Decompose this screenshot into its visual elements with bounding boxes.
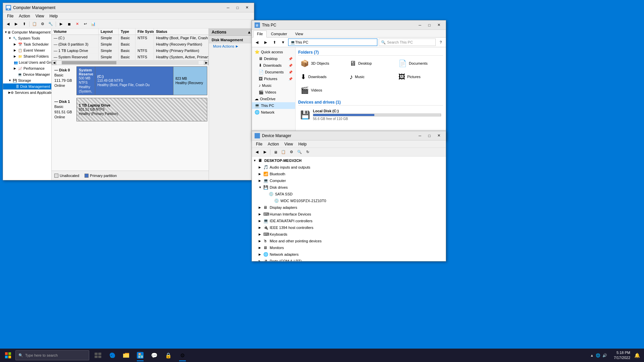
dm-menu-file[interactable]: File	[253, 141, 265, 147]
taskbar-edge[interactable]	[105, 349, 119, 361]
fe-back-button[interactable]: ◀	[253, 39, 261, 46]
fe-folder-videos[interactable]: 🎬 Videos	[298, 84, 345, 96]
partition-row-c[interactable]: — (C:) Simple Basic NTFS Healthy (Boot, …	[52, 35, 209, 41]
dm-ieee-item[interactable]: ▶ 🔌 IEEE 1394 host controllers	[252, 224, 446, 231]
fe-sidebar-desktop[interactable]: 🖥 Desktop 📌	[252, 55, 295, 62]
partition-row-d0p3[interactable]: — (Disk 0 partition 3) Simple Basic Heal…	[52, 41, 209, 48]
cm-menu-help[interactable]: Help	[47, 13, 61, 19]
taskbar-clock[interactable]: 5:18 PM 7/17/2022	[611, 350, 633, 361]
fe-recent-button[interactable]: ▼	[279, 39, 287, 46]
cm-toolbar-show-hide[interactable]: 📋	[31, 21, 38, 27]
notification-icon[interactable]: 🔔	[634, 353, 640, 358]
start-button[interactable]	[1, 349, 15, 361]
tree-task-scheduler[interactable]: ▶ 📅 Task Scheduler	[3, 41, 51, 47]
tree-root[interactable]: ▼ 🖥 Computer Management (Local	[3, 29, 51, 35]
dm-network-item[interactable]: ▶ 🌐 Network adapters	[252, 251, 446, 258]
tree-shared-folders[interactable]: ▶ 📁 Shared Folders	[3, 53, 51, 59]
cm-menu-view[interactable]: View	[33, 13, 47, 19]
fe-forward-button[interactable]: ▶	[262, 39, 269, 46]
dm-menu-help[interactable]: Help	[296, 141, 310, 147]
dm-maximize-button[interactable]: □	[425, 132, 434, 139]
tree-performance[interactable]: ▶ 📈 Performance	[3, 65, 51, 71]
fe-up-button[interactable]: ⬆	[271, 39, 278, 46]
cm-toolbar-btn6[interactable]: ✕	[73, 21, 81, 27]
partition-row-sysres[interactable]: — System Reserved Simple Basic NTFS Heal…	[52, 54, 209, 60]
partition-row-laptop[interactable]: — 1 TB Laptop Drive Simple Basic NTFS He…	[52, 48, 209, 54]
dm-hid-item[interactable]: ▶ ⌨ Human Interface Devices	[252, 211, 446, 218]
cm-toolbar-btn7[interactable]: ↩	[82, 21, 89, 27]
disk1-laptoppart[interactable]: 1 TB Laptop Drive 931.51 GB NTFSHealthy …	[77, 98, 207, 121]
cm-toolbar-btn3[interactable]: 🔧	[47, 21, 54, 27]
cm-toolbar-btn8[interactable]: 📊	[90, 21, 97, 27]
dm-audio-item[interactable]: ▶ 🎵 Audio inputs and outputs	[252, 164, 446, 171]
scroll-right-btn[interactable]: ▶	[204, 60, 209, 65]
taskbar-app5[interactable]: 💬	[148, 349, 161, 361]
cm-maximize-button[interactable]: □	[233, 4, 242, 11]
tree-event-viewer[interactable]: ▶ 📋 Event Viewer	[3, 47, 51, 53]
dm-toolbar-btn4[interactable]: 🔍	[296, 149, 303, 156]
dm-computer-item[interactable]: ▶ 💻 Computer	[252, 177, 446, 184]
dm-diskdrives-item[interactable]: ▼ 💾 Disk drives	[252, 184, 446, 191]
fe-tab-computer[interactable]: Computer	[267, 31, 291, 37]
pt-horizontal-scrollbar[interactable]: ◀ ▶	[52, 60, 209, 65]
taskbar-file-explorer[interactable]	[119, 349, 133, 361]
disk0-cdrive[interactable]: (C:) 110.49 GB NTFSHealthy (Boot, Page F…	[95, 67, 173, 95]
fe-folder-desktop[interactable]: 🖥 Desktop	[347, 58, 394, 69]
cm-menu-action[interactable]: Action	[16, 13, 33, 19]
dm-display-item[interactable]: ▶ 🖥 Display adapters	[252, 204, 446, 211]
taskbar-task-view[interactable]	[91, 349, 105, 361]
fe-search-box[interactable]: 🔍 Search This PC	[379, 39, 436, 46]
cm-toolbar-forward[interactable]: ▶	[12, 21, 20, 27]
fe-sidebar-onedrive[interactable]: ☁ OneDrive	[252, 96, 295, 102]
dm-ports-item[interactable]: ▶ 🔌 Ports (COM & LPT)	[252, 258, 446, 261]
cm-toolbar-btn2[interactable]: ⚙	[39, 21, 46, 27]
tree-system-tools[interactable]: ▼ 🔧 System Tools	[3, 35, 51, 41]
fe-folder-3dobjects[interactable]: 📦 3D Objects	[298, 58, 345, 69]
fe-sidebar-quick-access[interactable]: ⭐ Quick access	[252, 49, 295, 55]
cm-menu-file[interactable]: File	[4, 13, 16, 19]
tree-disk-management[interactable]: 🗄 Disk Management	[3, 83, 51, 89]
taskbar-app6[interactable]: 🔒	[162, 349, 175, 361]
fe-tab-view[interactable]: View	[291, 31, 307, 37]
scroll-thumb[interactable]	[62, 61, 116, 64]
cm-toolbar-up[interactable]: ⬆	[20, 21, 28, 27]
dm-ide-item[interactable]: ▶ 💻 IDE ATA/ATAPI controllers	[252, 218, 446, 224]
fe-maximize-button[interactable]: □	[425, 22, 434, 28]
fe-sidebar-documents[interactable]: 📄 Documents 📌	[252, 69, 295, 75]
dm-bluetooth-item[interactable]: ▶ 📶 Bluetooth	[252, 171, 446, 177]
dm-kbd-item[interactable]: ▶ ⌨ Keyboards	[252, 231, 446, 238]
dm-minimize-button[interactable]: ─	[416, 132, 424, 139]
tree-services[interactable]: ▶ ⚙ Services and Applications	[3, 89, 51, 96]
cm-toolbar-btn5[interactable]: ⏹	[65, 21, 73, 27]
tree-storage[interactable]: ▼ 💾 Storage	[3, 77, 51, 83]
fe-close-button[interactable]: ✕	[434, 22, 443, 28]
tray-volume-icon[interactable]: 🔊	[602, 353, 607, 358]
dm-toolbar-btn3[interactable]: ⚙	[288, 149, 295, 156]
taskbar-search-box[interactable]: 🔍 Type here to search	[15, 350, 89, 360]
dm-menu-view[interactable]: View	[282, 141, 296, 147]
disk0-recovery[interactable]: 823 MBHealthy (Recovery	[173, 67, 207, 95]
fe-sidebar-videos[interactable]: 🎬 Videos	[252, 89, 295, 96]
dm-toolbar-back[interactable]: ◀	[253, 149, 261, 156]
tray-chevron[interactable]: ▲	[590, 353, 594, 357]
fe-sidebar-music[interactable]: ♪ Music	[252, 82, 295, 89]
dm-satassd-item[interactable]: 💿 SATA SSD	[252, 191, 446, 197]
dm-toolbar-btn1[interactable]: 🖥	[272, 149, 279, 156]
dm-root-item[interactable]: ▼ 🖥 DESKTOP-MEGV2CH	[252, 157, 446, 164]
fe-sidebar-network[interactable]: 🌐 Network	[252, 109, 295, 116]
cm-toolbar-btn4[interactable]: ▶	[57, 21, 65, 27]
dm-wdc-item[interactable]: 💿 WDC WD10SPZX-21Z10T0	[252, 197, 446, 204]
dm-menu-action[interactable]: Action	[265, 141, 281, 147]
fe-sidebar-downloads[interactable]: ⬇ Downloads 📌	[252, 62, 295, 69]
fe-folder-documents[interactable]: 📄 Documents	[396, 58, 443, 69]
tree-local-users[interactable]: 👥 Local Users and Groups	[3, 59, 51, 65]
fe-folder-pictures[interactable]: 🖼 Pictures	[396, 71, 443, 82]
fe-folder-downloads[interactable]: ⬇ Downloads	[298, 71, 345, 82]
fe-tab-file[interactable]: File	[253, 31, 267, 38]
tree-device-manager[interactable]: 💻 Device Manager	[3, 71, 51, 77]
action-more-actions[interactable]: More Actions ▶	[209, 43, 254, 49]
disk0-sysreserved[interactable]: System Reserve 500 MB NTFSHealthy (Syste…	[77, 67, 95, 95]
scroll-left-btn[interactable]: ◀	[52, 60, 56, 65]
fe-address-box[interactable]: 💻 This PC	[288, 39, 377, 46]
dm-toolbar-forward[interactable]: ▶	[261, 149, 269, 156]
